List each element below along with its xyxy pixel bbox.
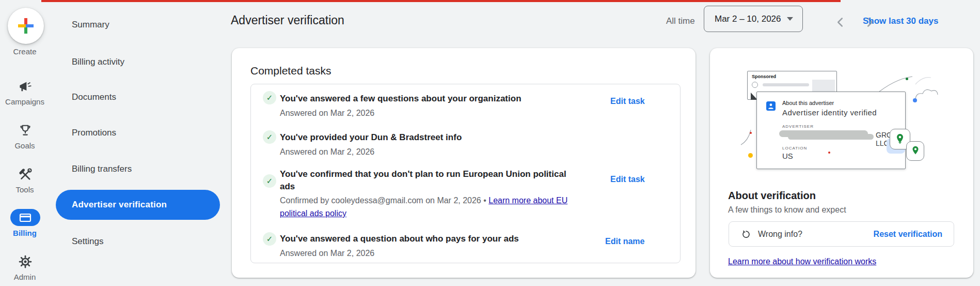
tasks-list: ✓ You've answered a few questions about … bbox=[250, 84, 681, 263]
advertiser-info-panel: About this advertiser Advertiser identit… bbox=[756, 92, 906, 169]
advertiser-caps-label: ADVERTISER bbox=[782, 124, 814, 129]
check-icon: ✓ bbox=[263, 91, 276, 104]
goals-rail-item[interactable] bbox=[17, 122, 34, 139]
ad-thumbnail-placeholder bbox=[812, 80, 835, 93]
task-subtitle: Answered on Mar 2, 2026 bbox=[280, 145, 374, 158]
date-range-selector[interactable]: Mar 2 – 10, 2026 bbox=[704, 6, 803, 32]
map-pin-icon bbox=[910, 144, 921, 158]
blue-dot bbox=[913, 98, 917, 102]
campaigns-rail-item[interactable] bbox=[17, 79, 34, 95]
about-verification-heading: About verification bbox=[728, 190, 816, 202]
admin-rail-item[interactable] bbox=[17, 253, 34, 270]
create-label: Create bbox=[0, 47, 50, 56]
check-icon: ✓ bbox=[263, 232, 276, 246]
tools-rail-item[interactable] bbox=[17, 167, 34, 183]
completed-tasks-card: Completed tasks ✓ You've answered a few … bbox=[232, 48, 696, 278]
sidebar-item-settings[interactable]: Settings bbox=[72, 236, 103, 247]
ad-text-placeholder bbox=[763, 83, 809, 86]
location-caps-label: LOCATION bbox=[782, 146, 807, 150]
campaigns-label: Campaigns bbox=[0, 97, 50, 106]
chevron-left-icon bbox=[836, 17, 844, 27]
loading-progress-bar bbox=[41, 0, 841, 2]
sidebar-item-documents[interactable]: Documents bbox=[72, 92, 116, 102]
gear-icon bbox=[18, 254, 33, 269]
sidebar-item-summary[interactable]: Summary bbox=[72, 20, 109, 30]
verified-location-badge bbox=[906, 141, 924, 161]
credit-card-icon bbox=[19, 213, 31, 223]
reset-verification-link[interactable]: Reset verification bbox=[874, 230, 942, 239]
task-subtitle: Answered on Mar 2, 2026 bbox=[280, 247, 374, 260]
google-plus-icon bbox=[17, 17, 35, 35]
sidebar-item-billing-activity[interactable]: Billing activity bbox=[72, 57, 124, 67]
sidebar-item-promotions[interactable]: Promotions bbox=[72, 128, 116, 138]
yellow-dot bbox=[748, 153, 753, 158]
billing-label: Billing bbox=[0, 229, 50, 237]
goals-label: Goals bbox=[0, 141, 50, 150]
map-pin-icon bbox=[894, 133, 906, 145]
sidebar-item-advertiser-verification[interactable]: Advertiser verification bbox=[56, 190, 220, 220]
learn-more-verification-link[interactable]: Learn more about how verification works bbox=[728, 257, 876, 266]
completed-tasks-title: Completed tasks bbox=[250, 65, 331, 77]
person-icon bbox=[766, 101, 776, 111]
billing-rail-item[interactable] bbox=[10, 209, 40, 226]
reset-verification-row: Wrong info? Reset verification bbox=[729, 221, 954, 247]
megaphone-icon bbox=[18, 80, 33, 94]
previous-period-button[interactable] bbox=[831, 13, 849, 31]
task-title: You've answered a few questions about yo… bbox=[280, 93, 521, 105]
trophy-icon bbox=[18, 123, 33, 138]
about-this-advertiser-label: About this advertiser bbox=[782, 100, 834, 106]
chevron-down-icon bbox=[787, 17, 793, 21]
wrong-info-label: Wrong info? bbox=[758, 230, 802, 239]
task-title: You've provided your Dun & Bradstreet in… bbox=[280, 131, 462, 144]
sidebar-item-billing-transfers[interactable]: Billing transfers bbox=[72, 164, 132, 174]
task-subtitle-text: Confirmed by cooleydessa@gmail.com on Ma… bbox=[280, 196, 488, 205]
page-title: Advertiser verification bbox=[231, 13, 344, 27]
identity-verified-label: Advertiser identity verified bbox=[782, 108, 877, 117]
task-title: You've confirmed that you don't plan to … bbox=[280, 168, 582, 193]
edit-name-link[interactable]: Edit name bbox=[605, 237, 644, 246]
red-dot bbox=[750, 132, 752, 134]
check-icon: ✓ bbox=[263, 130, 276, 144]
date-range-value: Mar 2 – 10, 2026 bbox=[715, 14, 781, 24]
tools-label: Tools bbox=[0, 185, 50, 194]
red-dot bbox=[828, 152, 830, 154]
sponsored-label: Sponsored bbox=[752, 74, 776, 79]
about-verification-card: Sponsored About this advertiser Advertis… bbox=[710, 48, 973, 278]
edit-task-link[interactable]: Edit task bbox=[610, 175, 645, 184]
task-subtitle: Answered on Mar 2, 2026 bbox=[280, 107, 374, 119]
ad-badge-icon bbox=[752, 82, 758, 88]
location-value: US bbox=[782, 152, 793, 160]
about-verification-subheading: A few things to know and expect bbox=[728, 205, 846, 215]
admin-label: Admin bbox=[0, 273, 50, 281]
all-time-label: All time bbox=[666, 16, 695, 26]
task-title: You've answered a question about who pay… bbox=[280, 233, 519, 245]
create-button[interactable] bbox=[8, 8, 44, 44]
show-last-30-days-link[interactable]: Show last 30 days bbox=[863, 16, 938, 26]
check-icon: ✓ bbox=[263, 174, 276, 188]
tools-icon bbox=[18, 168, 33, 182]
redacted-name-blur bbox=[788, 134, 874, 140]
edit-task-link[interactable]: Edit task bbox=[610, 97, 645, 106]
task-subtitle: Confirmed by cooleydessa@gmail.com on Ma… bbox=[280, 194, 579, 220]
sidebar-selected-label: Advertiser verification bbox=[72, 200, 167, 210]
reset-icon bbox=[741, 229, 751, 239]
green-dot bbox=[906, 78, 908, 80]
